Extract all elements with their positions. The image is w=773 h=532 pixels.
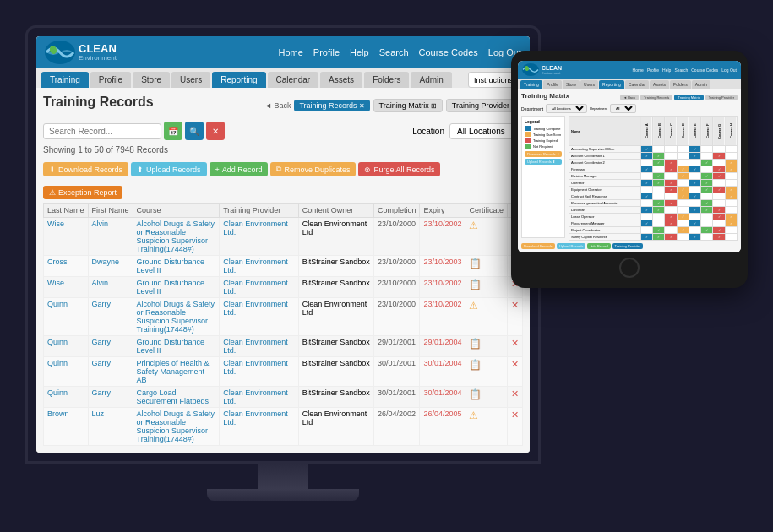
matrix-cell[interactable] bbox=[665, 193, 677, 200]
matrix-cell[interactable] bbox=[665, 207, 677, 214]
cell-first-name[interactable]: Luz bbox=[88, 408, 133, 446]
matrix-cell[interactable] bbox=[677, 234, 689, 241]
cell-provider[interactable]: Clean Environment Ltd. bbox=[220, 336, 299, 357]
tab-store[interactable]: Store bbox=[133, 72, 170, 88]
matrix-cell[interactable]: ✓ bbox=[713, 153, 725, 160]
matrix-cell[interactable]: ✓ bbox=[640, 207, 652, 214]
tablet-pill-training-provider[interactable]: Training Provider bbox=[705, 95, 738, 100]
tab-assets[interactable]: Assets bbox=[320, 72, 362, 88]
cell-last-name[interactable]: Wise bbox=[44, 277, 89, 298]
remove-duplicates-btn[interactable]: ⧉ Remove Duplicates bbox=[270, 162, 356, 176]
matrix-cell[interactable] bbox=[653, 220, 665, 227]
nav-link-profile[interactable]: Profile bbox=[313, 47, 340, 57]
cell-last-name[interactable]: Quinn bbox=[44, 298, 89, 336]
matrix-cell[interactable] bbox=[640, 214, 652, 220]
matrix-cell[interactable]: ✓ bbox=[653, 207, 665, 214]
matrix-cell[interactable]: ✓ bbox=[701, 160, 713, 166]
matrix-cell[interactable]: ✓ bbox=[677, 227, 689, 234]
tablet-download-btn[interactable]: Download Records bbox=[521, 243, 555, 249]
tablet-pill-back[interactable]: ◄ Back bbox=[620, 95, 639, 100]
upload-records-btn[interactable]: ⬆ Upload Records bbox=[131, 162, 207, 176]
matrix-cell[interactable] bbox=[689, 160, 700, 166]
matrix-cell[interactable] bbox=[677, 146, 689, 153]
matrix-cell[interactable]: ✓ bbox=[701, 200, 713, 207]
nav-link-course-codes[interactable]: Course Codes bbox=[419, 47, 478, 57]
cell-last-name[interactable]: Wise bbox=[44, 218, 89, 256]
matrix-cell[interactable] bbox=[640, 227, 652, 234]
nav-training-records[interactable]: Training Records ✕ bbox=[294, 100, 369, 111]
tablet-nav-course-codes[interactable]: Course Codes bbox=[691, 68, 718, 73]
matrix-cell[interactable]: ✓ bbox=[677, 193, 689, 200]
matrix-cell[interactable]: ✓ bbox=[725, 193, 737, 200]
matrix-cell[interactable] bbox=[725, 153, 737, 160]
cell-provider[interactable]: Clean Environment Ltd. bbox=[220, 408, 299, 446]
matrix-cell[interactable] bbox=[713, 200, 725, 207]
tab-calendar[interactable]: Calendar bbox=[268, 72, 319, 88]
tablet-upload-btn[interactable]: Upload Records bbox=[557, 243, 586, 249]
tablet-tab-store[interactable]: Store bbox=[563, 80, 580, 89]
matrix-cell[interactable] bbox=[713, 160, 725, 166]
tablet-home-button[interactable] bbox=[619, 258, 640, 278]
matrix-cell[interactable]: ✓ bbox=[689, 153, 700, 160]
matrix-cell[interactable]: ✓ bbox=[701, 173, 713, 180]
matrix-cell[interactable] bbox=[677, 160, 689, 166]
matrix-cell[interactable] bbox=[653, 146, 665, 153]
matrix-cell[interactable]: ✓ bbox=[713, 234, 725, 241]
cell-provider[interactable]: Clean Environment Ltd. bbox=[220, 357, 299, 387]
cell-course[interactable]: Principles of Health & Safety Management… bbox=[133, 357, 220, 387]
matrix-cell[interactable]: ✓ bbox=[653, 234, 665, 241]
matrix-cell[interactable] bbox=[677, 180, 689, 187]
matrix-cell[interactable]: ✓ bbox=[701, 187, 713, 193]
matrix-cell[interactable]: ✓ bbox=[640, 193, 652, 200]
matrix-cell[interactable]: ✓ bbox=[689, 166, 700, 173]
matrix-cell[interactable] bbox=[701, 146, 713, 153]
matrix-cell[interactable] bbox=[725, 200, 737, 207]
matrix-cell[interactable]: ✓ bbox=[725, 160, 737, 166]
cell-first-name[interactable]: Garry bbox=[88, 357, 133, 387]
cell-first-name[interactable]: Dwayne bbox=[88, 256, 133, 277]
cell-last-name[interactable]: Cross bbox=[44, 256, 89, 277]
matrix-cell[interactable]: ✓ bbox=[701, 227, 713, 234]
search-icon-btn[interactable]: 📅 bbox=[164, 122, 182, 140]
tablet-tab-reporting[interactable]: Reporting bbox=[599, 80, 624, 89]
matrix-cell[interactable]: ✓ bbox=[640, 180, 652, 187]
nav-link-home[interactable]: Home bbox=[279, 47, 303, 57]
tablet-tab-profile[interactable]: Profile bbox=[543, 80, 562, 89]
cell-first-name[interactable]: Garry bbox=[88, 336, 133, 357]
matrix-cell[interactable]: ✓ bbox=[713, 173, 725, 180]
matrix-cell[interactable]: ✓ bbox=[713, 227, 725, 234]
matrix-cell[interactable] bbox=[677, 200, 689, 207]
matrix-cell[interactable]: ✓ bbox=[665, 220, 677, 227]
matrix-cell[interactable] bbox=[701, 153, 713, 160]
matrix-cell[interactable]: ✓ bbox=[713, 187, 725, 193]
legend-upload-btn[interactable]: Upload Records ⬆ bbox=[525, 159, 562, 165]
matrix-cell[interactable]: ✓ bbox=[653, 200, 665, 207]
cell-course[interactable]: Cargo Load Securement Flatbeds bbox=[133, 387, 220, 408]
matrix-cell[interactable]: ✓ bbox=[689, 220, 700, 227]
cell-last-name[interactable]: Quinn bbox=[44, 387, 89, 408]
tab-training[interactable]: Training bbox=[41, 72, 89, 88]
cell-course[interactable]: Ground Disturbance Level II bbox=[133, 256, 220, 277]
matrix-cell[interactable] bbox=[725, 227, 737, 234]
cell-provider[interactable]: Clean Environment Ltd. bbox=[220, 218, 299, 256]
matrix-cell[interactable]: ✓ bbox=[640, 153, 652, 160]
tablet-location-select[interactable]: All Locations bbox=[546, 104, 587, 113]
back-button[interactable]: ◄ Back bbox=[264, 101, 291, 110]
matrix-cell[interactable] bbox=[677, 220, 689, 227]
matrix-cell[interactable]: ✓ bbox=[653, 153, 665, 160]
matrix-cell[interactable]: ✓ bbox=[725, 187, 737, 193]
matrix-cell[interactable] bbox=[640, 187, 652, 193]
matrix-cell[interactable] bbox=[640, 200, 652, 207]
tab-users[interactable]: Users bbox=[171, 72, 210, 88]
matrix-cell[interactable]: ✓ bbox=[677, 173, 689, 180]
cell-course[interactable]: Alcohol Drugs & Safety or Reasonable Sus… bbox=[133, 298, 220, 336]
matrix-cell[interactable]: ✓ bbox=[665, 200, 677, 207]
nav-training-matrix[interactable]: Training Matrix ⊞ bbox=[373, 99, 443, 112]
search-button[interactable]: 🔍 bbox=[185, 122, 204, 140]
cell-course[interactable]: Alcohol Drugs & Safety or Reasonable Sus… bbox=[133, 218, 220, 256]
matrix-cell[interactable]: ✓ bbox=[725, 166, 737, 173]
matrix-cell[interactable] bbox=[701, 234, 713, 241]
matrix-cell[interactable]: ✓ bbox=[725, 220, 737, 227]
exception-report-btn[interactable]: ⚠ Exception Report bbox=[43, 186, 122, 199]
matrix-cell[interactable] bbox=[689, 173, 700, 180]
